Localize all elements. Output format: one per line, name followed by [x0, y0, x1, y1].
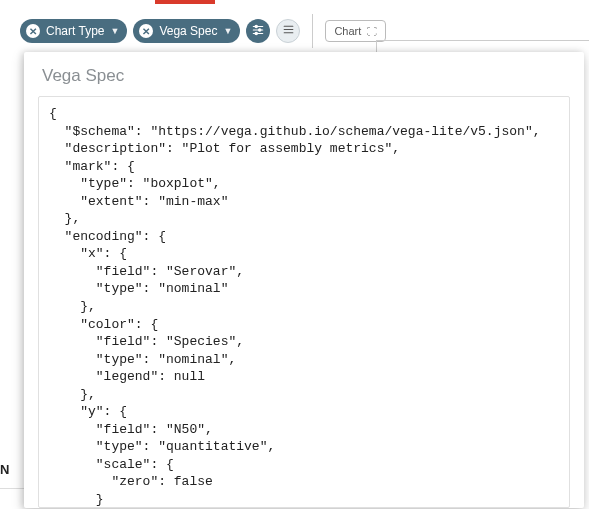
svg-point-4 [259, 28, 261, 30]
menu-icon [282, 23, 295, 39]
panel-title: Vega Spec [24, 52, 584, 96]
column-header-n: N [0, 462, 16, 477]
close-icon[interactable]: ✕ [26, 24, 40, 38]
expand-icon: ⛶ [367, 26, 377, 37]
vega-spec-code[interactable]: { "$schema": "https://vega.github.io/sch… [39, 97, 569, 508]
sliders-icon [251, 23, 265, 40]
chart-type-dropdown[interactable]: ✕ Chart Type ▼ [20, 19, 127, 43]
chart-tab[interactable]: Chart ⛶ [325, 20, 386, 42]
close-icon[interactable]: ✕ [139, 24, 153, 38]
chevron-down-icon: ▼ [110, 26, 119, 36]
settings-button[interactable] [246, 19, 270, 43]
vega-spec-dropdown[interactable]: ✕ Vega Spec ▼ [133, 19, 240, 43]
chart-type-label: Chart Type [46, 24, 104, 38]
vega-spec-panel: Vega Spec { "$schema": "https://vega.git… [24, 52, 584, 508]
divider [312, 14, 313, 48]
svg-point-5 [255, 32, 257, 34]
svg-point-3 [255, 25, 257, 27]
code-box: { "$schema": "https://vega.github.io/sch… [38, 96, 570, 508]
chart-tab-label: Chart [334, 25, 361, 37]
row-divider [0, 488, 24, 489]
chevron-down-icon: ▼ [223, 26, 232, 36]
toolbar: ✕ Chart Type ▼ ✕ Vega Spec ▼ Chart ⛶ [20, 14, 386, 48]
list-button[interactable] [276, 19, 300, 43]
active-tab-indicator [155, 0, 215, 4]
vega-spec-label: Vega Spec [159, 24, 217, 38]
